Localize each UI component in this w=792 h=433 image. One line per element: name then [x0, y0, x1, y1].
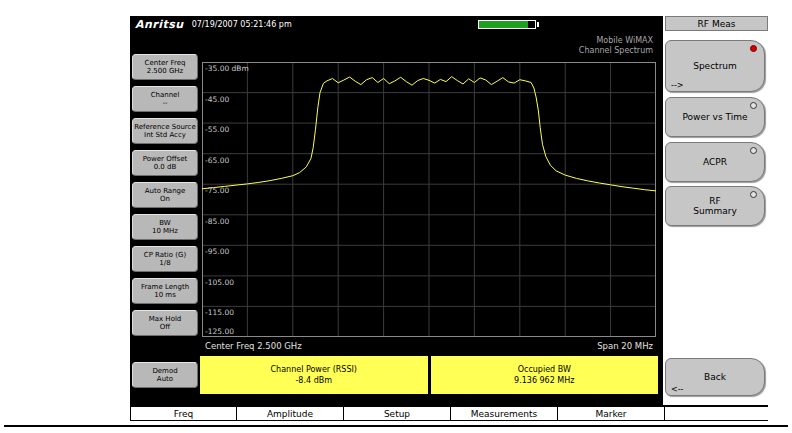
param-label: Center Freq [145, 59, 186, 68]
radio-indicator-icon [750, 147, 757, 154]
param-label: Power Offset [143, 155, 187, 164]
center-freq-readout: Center Freq 2.500 GHz [205, 341, 302, 351]
span-readout: Span 20 MHz [597, 341, 653, 351]
mode-line1: Mobile WiMAX [579, 36, 653, 46]
measurement-value: 9.136 962 MHz [514, 376, 574, 386]
softkey-spectrum[interactable]: Spectrum--> [665, 40, 765, 92]
submenu-arrow-icon: --> [671, 81, 683, 90]
measurement-results: Channel Power (RSSI)-8.4 dBmOccupied BW9… [200, 356, 658, 394]
param-reference-source[interactable]: Reference SourceInt Std Accy [132, 118, 198, 144]
y-axis-tick: -115.00 [205, 308, 234, 317]
spectrum-plot: -35.00 dBm-45.00-55.00-65.00-75.00-85.00… [202, 62, 656, 337]
measurement-label: Occupied BW [518, 365, 571, 375]
param-value: 10 ms [154, 291, 176, 300]
param-label: Auto Range [145, 187, 186, 196]
param-power-offset[interactable]: Power Offset0.0 dB [132, 150, 198, 176]
param-value: Off [160, 323, 170, 332]
param-value: Auto [157, 375, 173, 384]
menu-freq[interactable]: Freq [130, 407, 237, 420]
param-max-hold[interactable]: Max HoldOff [132, 310, 198, 336]
menu-measurements[interactable]: Measurements [451, 407, 558, 420]
main-menu-bar: FreqAmplitudeSetupMeasurementsMarker [130, 405, 768, 421]
measurement-value: -8.4 dBm [295, 376, 332, 386]
param-label: Reference Source [134, 123, 196, 132]
radio-indicator-icon [750, 191, 757, 198]
measurement-occupied-bw: Occupied BW9.136 962 MHz [431, 356, 659, 394]
selected-indicator-icon [750, 45, 757, 52]
instrument-screen: Anritsu 07/19/2007 05:21:46 pm Mobile Wi… [130, 16, 663, 406]
y-axis-tick: -65.00 [205, 156, 229, 165]
param-label: CP Ratio (G) [144, 251, 186, 260]
menu-setup[interactable]: Setup [344, 407, 451, 420]
figure-rule [4, 425, 788, 427]
param-frame-length[interactable]: Frame Length10 ms [132, 278, 198, 304]
param-cp-ratio-g[interactable]: CP Ratio (G)1/8 [132, 246, 198, 272]
measurement-channel-power-rssi: Channel Power (RSSI)-8.4 dBm [200, 356, 428, 394]
measurement-mode-label: Mobile WiMAX Channel Spectrum [579, 36, 653, 56]
parameter-panel: Center Freq2.500 GHzChannel--Reference S… [132, 54, 198, 388]
param-demod[interactable]: DemodAuto [132, 362, 198, 388]
softkey-menu-title: RF Meas [665, 16, 768, 31]
param-value: -- [162, 99, 167, 108]
param-auto-range[interactable]: Auto RangeOn [132, 182, 198, 208]
param-label: Demod [152, 367, 177, 376]
softkey-rf-summary[interactable]: RF Summary [665, 186, 765, 226]
radio-indicator-icon [750, 102, 757, 109]
softkey-acpr[interactable]: ACPR [665, 142, 765, 182]
y-axis-tick: -55.00 [205, 125, 229, 134]
status-bar: Anritsu 07/19/2007 05:21:46 pm [130, 16, 663, 32]
param-label: Channel [151, 91, 180, 100]
back-button[interactable]: Back <-- [665, 358, 765, 396]
y-axis-tick: -105.00 [205, 278, 234, 287]
param-value: 10 MHz [152, 227, 178, 236]
y-axis-tick: -45.00 [205, 95, 229, 104]
anritsu-logo: Anritsu [135, 18, 184, 31]
softkey-power-vs-time[interactable]: Power vs Time [665, 97, 765, 137]
param-bw[interactable]: BW10 MHz [132, 214, 198, 240]
back-arrow-icon: <-- [671, 385, 683, 394]
datetime-readout: 07/19/2007 05:21:46 pm [192, 20, 292, 29]
figure: Anritsu 07/19/2007 05:21:46 pm Mobile Wi… [0, 0, 792, 433]
menu-marker[interactable]: Marker [558, 407, 665, 420]
param-center-freq[interactable]: Center Freq2.500 GHz [132, 54, 198, 80]
menu-filler [665, 407, 768, 420]
mode-line2: Channel Spectrum [579, 46, 653, 56]
y-axis-tick: -35.00 dBm [205, 64, 249, 73]
param-value: 2.500 GHz [147, 67, 184, 76]
y-axis-tick: -125.00 [205, 327, 234, 336]
battery-icon [478, 20, 536, 29]
param-value: Int Std Accy [144, 131, 186, 140]
param-channel[interactable]: Channel-- [132, 86, 198, 112]
spectrum-grid-and-trace [202, 62, 656, 337]
y-axis-tick: -85.00 [205, 217, 229, 226]
battery-nub-icon [537, 22, 539, 27]
battery-fill [479, 21, 528, 28]
param-label: Max Hold [149, 315, 182, 324]
menu-amplitude[interactable]: Amplitude [237, 407, 344, 420]
y-axis-tick: -75.00 [205, 186, 229, 195]
y-axis-tick: -95.00 [205, 247, 229, 256]
param-value: 1/8 [159, 259, 170, 268]
param-value: On [160, 195, 170, 204]
plot-footer: Center Freq 2.500 GHz Span 20 MHz [202, 341, 656, 351]
param-label: BW [159, 219, 170, 228]
param-label: Frame Length [141, 283, 189, 292]
measurement-label: Channel Power (RSSI) [271, 365, 357, 375]
param-value: 0.0 dB [154, 163, 177, 172]
